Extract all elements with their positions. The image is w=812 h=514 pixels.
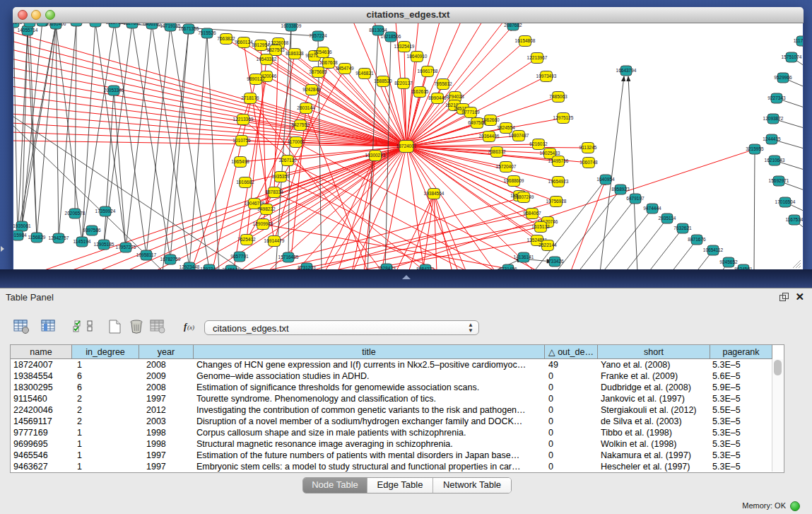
svg-text:15692971: 15692971 [769, 178, 789, 183]
svg-text:7663822: 7663822 [217, 36, 235, 41]
svg-text:12905185: 12905185 [94, 242, 114, 247]
svg-text:8427552: 8427552 [291, 122, 310, 127]
svg-text:12093872: 12093872 [763, 116, 784, 121]
svg-text:8958923: 8958923 [611, 187, 630, 192]
svg-text:9242848: 9242848 [302, 87, 321, 92]
svg-text:1733426: 1733426 [546, 259, 564, 264]
svg-text:10543382: 10543382 [257, 57, 277, 62]
svg-text:17359924: 17359924 [95, 209, 116, 214]
svg-text:19218506: 19218506 [381, 34, 401, 39]
svg-text:6466160: 6466160 [143, 23, 161, 26]
svg-text:1615132: 1615132 [531, 224, 550, 229]
svg-text:10654112: 10654112 [703, 247, 724, 252]
svg-text:2367608: 2367608 [319, 60, 338, 65]
svg-text:9684067: 9684067 [523, 211, 541, 216]
svg-text:13300273: 13300273 [365, 153, 386, 158]
svg-text:16033809: 16033809 [281, 23, 302, 28]
svg-text:6216012: 6216012 [529, 141, 548, 146]
svg-text:9498222: 9498222 [257, 206, 276, 211]
svg-text:9777169: 9777169 [461, 110, 480, 115]
svg-text:18640910: 18640910 [407, 54, 428, 59]
svg-text:10973493: 10973493 [536, 74, 557, 78]
svg-text:14136141: 14136141 [514, 255, 534, 259]
svg-text:1060748: 1060748 [579, 160, 598, 165]
svg-text:16782759: 16782759 [160, 257, 181, 262]
svg-text:9146821: 9146821 [355, 71, 374, 76]
svg-text:9657791: 9657791 [230, 254, 249, 259]
svg-text:9227343: 9227343 [767, 95, 786, 100]
svg-text:10756928: 10756928 [546, 199, 567, 204]
svg-text:6479197: 6479197 [626, 196, 645, 201]
svg-text:12909948: 12909948 [253, 221, 273, 226]
svg-text:3267110: 3267110 [279, 158, 297, 163]
svg-text:1162615: 1162615 [411, 89, 429, 94]
svg-text:9827503: 9827503 [266, 47, 285, 52]
svg-text:1152760: 1152760 [106, 23, 124, 25]
svg-text:9397586: 9397586 [83, 228, 101, 233]
svg-text:1640954: 1640954 [596, 177, 615, 182]
svg-text:1588520: 1588520 [374, 78, 392, 83]
svg-text:16671355: 16671355 [179, 26, 199, 31]
svg-text:9113245: 9113245 [579, 145, 597, 150]
svg-text:12213967: 12213967 [527, 55, 548, 60]
svg-text:9254616: 9254616 [314, 49, 332, 54]
svg-text:9245652: 9245652 [719, 259, 738, 264]
svg-text:7515526: 7515526 [198, 30, 216, 35]
svg-text:15716485: 15716485 [278, 255, 299, 259]
svg-text:1935359: 1935359 [271, 174, 290, 179]
svg-text:3824554: 3824554 [497, 125, 515, 130]
svg-text:2087682: 2087682 [504, 23, 522, 28]
svg-text:16210643: 16210643 [765, 158, 785, 163]
svg-text:14055714: 14055714 [18, 28, 38, 33]
svg-text:20053346: 20053346 [104, 88, 124, 93]
svg-text:3215955: 3215955 [746, 146, 764, 151]
svg-text:6497568: 6497568 [468, 120, 486, 125]
svg-text:1244415: 1244415 [763, 136, 781, 141]
svg-text:1935061: 1935061 [13, 223, 31, 228]
svg-text:2935114: 2935114 [659, 216, 676, 221]
svg-text:7632621: 7632621 [673, 226, 692, 230]
svg-text:16154808: 16154808 [515, 38, 536, 43]
svg-text:8990448: 8990448 [428, 95, 447, 100]
svg-text:6794028: 6794028 [446, 94, 464, 99]
svg-text:12975125: 12975125 [553, 115, 574, 120]
svg-text:1145194: 1145194 [73, 239, 91, 244]
svg-text:12942757: 12942757 [49, 235, 69, 240]
svg-text:10807487: 10807487 [509, 133, 529, 138]
svg-text:7386372: 7386372 [488, 149, 506, 154]
svg-text:10958117: 10958117 [136, 252, 157, 257]
svg-text:7357224: 7357224 [309, 33, 327, 38]
svg-text:8813054: 8813054 [369, 28, 387, 33]
svg-text:9890122: 9890122 [247, 76, 265, 81]
svg-text:8912954: 8912954 [252, 42, 270, 47]
svg-text:15751074: 15751074 [782, 54, 802, 59]
svg-text:1527602: 1527602 [123, 23, 141, 25]
svg-text:1167534: 1167534 [786, 217, 803, 222]
svg-text:3875685: 3875685 [309, 69, 327, 74]
svg-text:13495756: 13495756 [548, 158, 569, 163]
svg-text:18724007: 18724007 [396, 144, 417, 148]
svg-text:1965498: 1965498 [231, 159, 249, 164]
svg-text:1010755: 1010755 [233, 138, 251, 143]
svg-text:20691406: 20691406 [46, 23, 66, 26]
svg-text:3915984: 3915984 [13, 233, 27, 238]
svg-text:20364436: 20364436 [479, 134, 500, 139]
svg-text:9474444: 9474444 [643, 206, 661, 211]
svg-text:9660124: 9660124 [235, 40, 253, 45]
svg-text:1156829: 1156829 [28, 235, 46, 240]
svg-text:2803144: 2803144 [297, 105, 315, 110]
svg-text:12213369: 12213369 [233, 117, 254, 122]
svg-text:17016504: 17016504 [775, 199, 796, 204]
svg-text:10025433: 10025433 [540, 151, 560, 156]
svg-text:10688609: 10688609 [504, 178, 524, 183]
svg-text:1170061: 1170061 [288, 139, 305, 144]
svg-text:8454749: 8454749 [336, 66, 354, 71]
svg-text:10853257: 10853257 [86, 23, 106, 24]
svg-text:1117534: 1117534 [794, 38, 803, 43]
svg-text:13226058: 13226058 [269, 40, 289, 45]
svg-text:8220137: 8220137 [394, 81, 413, 86]
svg-text:16643794: 16643794 [616, 68, 637, 73]
svg-text:2718176: 2718176 [241, 95, 259, 100]
svg-text:8878334: 8878334 [265, 189, 283, 194]
svg-text:20206578: 20206578 [65, 211, 86, 216]
